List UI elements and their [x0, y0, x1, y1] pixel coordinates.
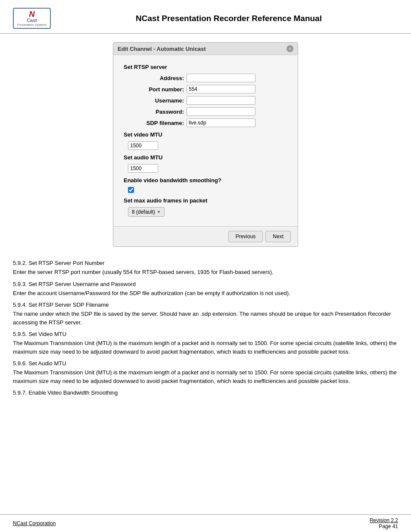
doc-section-593: 5.9.3. Set RTSP Server Username and Pass…: [13, 281, 398, 298]
edit-channel-dialog: Edit Channel - Automatic Unicast × Set R…: [113, 42, 298, 247]
next-button[interactable]: Next: [265, 231, 291, 242]
audio-frames-label: Set max audio frames in packet: [124, 197, 287, 204]
doc-para-595: The Maximum Transmission Unit (MTU) is t…: [13, 339, 398, 356]
dialog-body: Set RTSP server Address: Port number: Us…: [113, 55, 298, 226]
doc-section-594: 5.9.4. Set RTSP Server SDP Filename The …: [13, 302, 398, 327]
bandwidth-label: Enable video bandwidth smoothing?: [124, 177, 287, 184]
audio-frames-section: Set max audio frames in packet 8 (defaul…: [124, 197, 287, 217]
video-mtu-label: Set video MTU: [124, 131, 287, 138]
footer-revision: Revision 2.2: [370, 517, 398, 523]
port-row: Port number:: [124, 85, 287, 93]
close-button[interactable]: ×: [286, 45, 293, 52]
page-title: NCast Presentation Recorder Reference Ma…: [59, 14, 398, 23]
doc-sections: 5.9.2. Set RTSP Server Port Number Enter…: [13, 260, 398, 396]
footer-right: Revision 2.2 Page 41: [370, 517, 398, 529]
password-input[interactable]: [187, 107, 255, 116]
audio-mtu-label: Set audio MTU: [124, 154, 287, 161]
doc-heading-592: 5.9.2. Set RTSP Server Port Number: [13, 260, 398, 266]
address-label: Address:: [124, 75, 184, 81]
sdp-input[interactable]: [187, 118, 255, 127]
page-header: N Cast Presentation Systems NCast Presen…: [0, 0, 411, 34]
doc-heading-595: 5.9.5. Set Video MTU: [13, 331, 398, 337]
logo-tagline: Presentation Systems: [17, 23, 47, 26]
doc-para-594: The name under which the SDP file is sav…: [13, 310, 398, 327]
audio-frames-value: 8 (default): [132, 209, 155, 215]
sdp-row: SDP filename:: [124, 118, 287, 127]
dialog-title: Edit Channel - Automatic Unicast: [118, 46, 206, 52]
video-mtu-input[interactable]: [128, 141, 158, 150]
doc-para-592: Enter the server RTSP port number (usual…: [13, 268, 398, 277]
previous-button[interactable]: Previous: [228, 231, 263, 242]
doc-section-596: 5.9.6. Set Audio MTU The Maximum Transmi…: [13, 360, 398, 385]
logo-n-letter: N: [29, 10, 35, 18]
username-label: Username:: [124, 97, 184, 104]
doc-section-597: 5.9.7. Enable Video Bandwidth Smoothing: [13, 389, 398, 396]
bandwidth-checkbox-row: [124, 187, 287, 193]
logo-cast-text: Cast: [27, 18, 37, 23]
username-input[interactable]: [187, 96, 255, 105]
chevron-down-icon: ▼: [157, 210, 161, 214]
logo-area: N Cast Presentation Systems: [13, 8, 51, 29]
sdp-label: SDP filename:: [124, 120, 184, 126]
doc-para-593: Enter the account Username/Password for …: [13, 289, 398, 298]
port-label: Port number:: [124, 86, 184, 93]
doc-heading-594: 5.9.4. Set RTSP Server SDP Filename: [13, 302, 398, 308]
doc-heading-596: 5.9.6. Set Audio MTU: [13, 360, 398, 367]
audio-mtu-section: Set audio MTU: [124, 154, 287, 173]
rtsp-server-section-label: Set RTSP server: [124, 64, 287, 70]
password-row: Password:: [124, 107, 287, 116]
password-label: Password:: [124, 109, 184, 115]
doc-heading-593: 5.9.3. Set RTSP Server Username and Pass…: [13, 281, 398, 287]
main-content: Edit Channel - Automatic Unicast × Set R…: [0, 42, 411, 396]
footer-company: NCast Corporation: [13, 520, 56, 526]
dialog-titlebar: Edit Channel - Automatic Unicast ×: [113, 43, 298, 55]
doc-heading-597: 5.9.7. Enable Video Bandwidth Smoothing: [13, 389, 398, 396]
audio-frames-dropdown-row: 8 (default) ▼: [124, 207, 287, 217]
dialog-footer: Previous Next: [113, 226, 298, 246]
address-row: Address:: [124, 74, 287, 82]
audio-mtu-input[interactable]: [128, 164, 158, 173]
audio-mtu-input-area: [124, 164, 287, 173]
bandwidth-section: Enable video bandwidth smoothing?: [124, 177, 287, 193]
username-row: Username:: [124, 96, 287, 105]
doc-section-595: 5.9.5. Set Video MTU The Maximum Transmi…: [13, 331, 398, 356]
video-mtu-section: Set video MTU: [124, 131, 287, 150]
audio-frames-dropdown[interactable]: 8 (default) ▼: [128, 207, 165, 217]
address-input[interactable]: [187, 74, 255, 82]
video-mtu-input-area: [124, 141, 287, 150]
doc-section-592: 5.9.2. Set RTSP Server Port Number Enter…: [13, 260, 398, 277]
logo-box: N Cast Presentation Systems: [13, 8, 51, 29]
page-footer: NCast Corporation Revision 2.2 Page 41: [0, 514, 411, 532]
doc-para-596: The Maximum Transmission Unit (MTU) is t…: [13, 368, 398, 385]
bandwidth-checkbox[interactable]: [128, 187, 134, 193]
port-input[interactable]: [187, 85, 255, 93]
footer-page: Page 41: [370, 523, 398, 529]
